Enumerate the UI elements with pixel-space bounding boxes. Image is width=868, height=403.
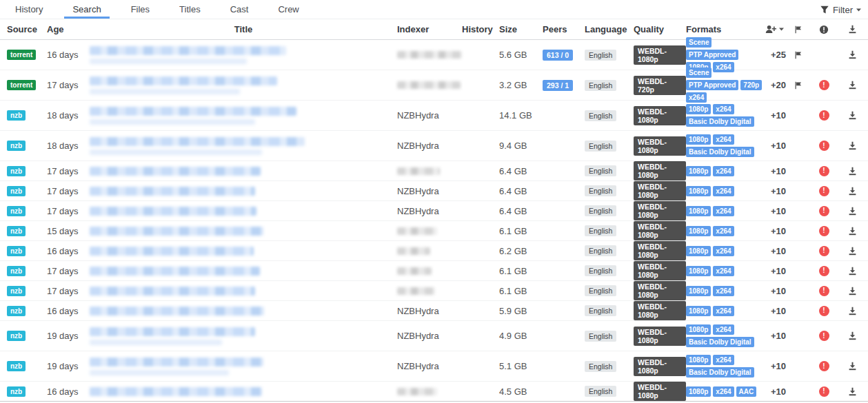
download-button[interactable]: [847, 245, 858, 257]
format-badge: 1080p: [686, 286, 711, 296]
age-value: 16 days: [47, 306, 79, 316]
title-cell[interactable]: [90, 307, 397, 316]
quality-cell: WEBDL-1080p: [634, 221, 686, 240]
quality-badge: WEBDL-1080p: [634, 281, 686, 300]
tab-crew[interactable]: Crew: [270, 0, 307, 19]
filter-button[interactable]: Filter: [820, 0, 861, 19]
title-cell[interactable]: [90, 76, 397, 94]
download-cell: [837, 225, 868, 237]
column-header-rejections[interactable]: [811, 25, 837, 34]
source-cell: nzb: [7, 186, 47, 196]
download-button[interactable]: [847, 185, 858, 197]
protocol-badge-nzb: nzb: [7, 386, 26, 397]
formats-cell: 1080px264: [686, 282, 765, 299]
format-badge: x264: [713, 386, 734, 397]
download-button[interactable]: [847, 305, 858, 317]
title-cell[interactable]: [90, 247, 397, 256]
redacted-title: [90, 227, 263, 236]
tab-label: Titles: [179, 4, 201, 14]
indexer-name: NZBHydra: [397, 110, 439, 121]
redacted-indexer: [397, 51, 462, 59]
tab-search[interactable]: Search: [64, 0, 109, 19]
size-value: 6.4 GB: [499, 166, 527, 176]
download-button[interactable]: [847, 165, 858, 177]
format-badge: 1080p: [686, 166, 711, 176]
title-cell[interactable]: [90, 187, 397, 196]
protocol-badge-nzb: nzb: [7, 141, 26, 151]
tab-history[interactable]: History: [7, 0, 51, 19]
download-button[interactable]: [847, 225, 858, 237]
column-header-title[interactable]: Title: [90, 24, 397, 34]
score-value: +25: [771, 50, 786, 60]
column-header-source[interactable]: Source: [7, 24, 47, 34]
redacted-indexer: [397, 267, 432, 275]
column-header-score[interactable]: [765, 25, 786, 34]
title-cell[interactable]: [90, 267, 397, 276]
download-button[interactable]: [847, 140, 858, 152]
quality-badge: WEBDL-1080p: [634, 181, 686, 200]
download-button[interactable]: [847, 360, 858, 372]
title-cell[interactable]: [90, 137, 397, 155]
peers-badge: 613 / 0: [543, 50, 573, 61]
table-row: nzb16 daysNZBHydra5.9 GBEnglishWEBDL-108…: [0, 301, 868, 321]
download-icon: [848, 331, 857, 340]
quality-badge: WEBDL-1080p: [634, 301, 686, 320]
source-cell: nzb: [7, 361, 47, 371]
rejections-cell: !: [811, 386, 837, 397]
download-button[interactable]: [847, 386, 858, 397]
title-cell[interactable]: [90, 287, 397, 296]
column-header-peers[interactable]: Peers: [543, 24, 585, 34]
download-button[interactable]: [847, 49, 858, 61]
protocol-badge-nzb: nzb: [7, 306, 26, 316]
source-cell: nzb: [7, 226, 47, 236]
quality-cell: WEBDL-1080p: [634, 382, 686, 401]
format-badge: x264: [713, 104, 734, 114]
tab-label: Cast: [230, 4, 249, 14]
tab-cast[interactable]: Cast: [222, 0, 257, 19]
age-cell: 18 days: [47, 141, 90, 151]
quality-badge: WEBDL-1080p: [634, 261, 686, 280]
title-cell[interactable]: [90, 358, 397, 375]
size-value: 14.1 GB: [499, 110, 532, 121]
protocol-badge-nzb: nzb: [7, 206, 26, 216]
age-cell: 16 days: [47, 306, 90, 316]
download-button[interactable]: [847, 285, 858, 297]
title-cell[interactable]: [90, 107, 397, 125]
column-header-download[interactable]: [837, 25, 868, 34]
download-cell: [837, 245, 868, 257]
redacted-title: [90, 107, 296, 116]
title-cell[interactable]: [90, 327, 397, 345]
tab-files[interactable]: Files: [123, 0, 158, 19]
rejections-cell: !: [811, 306, 837, 316]
title-cell[interactable]: [90, 387, 397, 396]
redacted-indexer: [397, 388, 437, 395]
title-cell[interactable]: [90, 227, 397, 236]
format-badge: x264: [713, 206, 734, 216]
age-cell: 17 days: [47, 286, 90, 296]
tab-titles[interactable]: Titles: [171, 0, 209, 19]
title-cell[interactable]: [90, 167, 397, 176]
title-cell[interactable]: [90, 207, 397, 216]
download-button[interactable]: [847, 79, 858, 91]
rejection-exclamation-icon: !: [819, 361, 829, 371]
format-badge: Basic Dolby Digital: [686, 337, 754, 347]
table-row: nzb17 daysNZBHydra6.4 GBEnglishWEBDL-108…: [0, 201, 868, 221]
download-button[interactable]: [847, 265, 858, 277]
quality-badge: WEBDL-1080p: [634, 161, 686, 180]
column-header-quality[interactable]: Quality: [634, 24, 686, 34]
download-button[interactable]: [847, 205, 858, 217]
source-cell: nzb: [7, 141, 47, 151]
column-header-indexer-flags[interactable]: [786, 25, 811, 34]
column-header-age[interactable]: Age: [47, 24, 90, 34]
column-header-language[interactable]: Language: [585, 24, 634, 34]
column-header-history[interactable]: History: [462, 24, 499, 34]
column-header-indexer[interactable]: Indexer: [397, 24, 462, 34]
custom-format-score-cell: +10: [765, 110, 786, 121]
column-header-size[interactable]: Size: [499, 24, 543, 34]
redacted-title-subline: [90, 370, 229, 375]
tab-bar: HistorySearchFilesTitlesCastCrew Filter: [0, 0, 868, 19]
download-button[interactable]: [847, 330, 858, 342]
title-cell[interactable]: [90, 46, 397, 64]
tab-label: History: [15, 4, 43, 14]
download-button[interactable]: [847, 110, 858, 121]
